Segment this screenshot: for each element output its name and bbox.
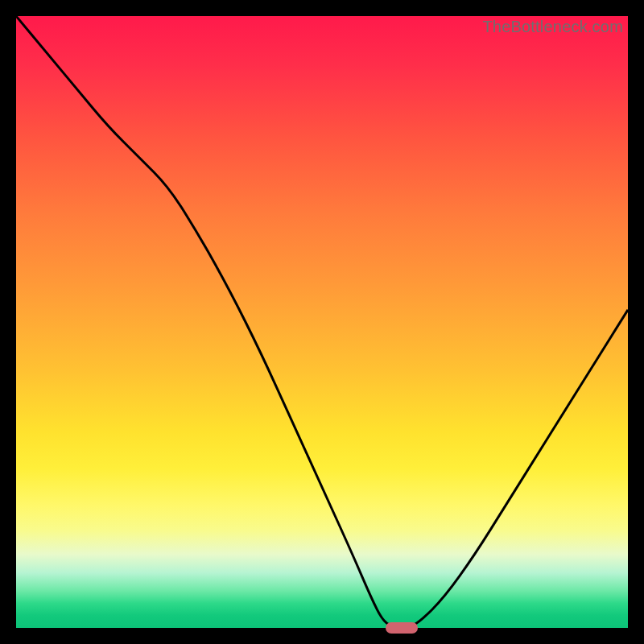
- curve-path: [16, 16, 628, 628]
- bottleneck-curve: [16, 16, 628, 628]
- plot-area: TheBottleneck.com: [16, 16, 628, 628]
- chart-frame: TheBottleneck.com: [0, 0, 644, 644]
- optimal-marker: [386, 622, 418, 634]
